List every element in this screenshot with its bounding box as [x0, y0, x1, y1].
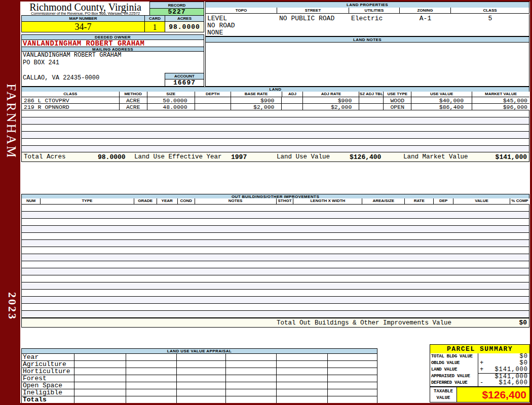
empty-row — [22, 226, 529, 233]
appraisal-cell — [74, 361, 126, 368]
out-buildings-total-value: $0 — [519, 318, 527, 328]
property-record-card: FARNHAM 2023 Richmond County, Virginia C… — [0, 0, 532, 405]
appraisal-cell — [328, 368, 377, 375]
row-operator: + — [480, 360, 483, 366]
sidebar-district-label: FARNHAM — [3, 73, 19, 170]
column-header: BASE RATE — [231, 92, 282, 97]
cell-market-value: $45,000 — [472, 97, 529, 103]
appraisal-cell — [177, 354, 226, 360]
appraisal-row: Agriculture — [22, 361, 377, 368]
cell-use-type: WOOD — [384, 97, 411, 103]
empty-row — [22, 125, 529, 132]
cell-depth — [195, 104, 231, 110]
appraisal-cell — [277, 354, 328, 360]
column-header: SZ ADJ TBL — [359, 92, 384, 97]
appraisal-cell — [74, 396, 126, 403]
column-header: ADJ RATE — [303, 92, 359, 97]
appraisal-cell — [277, 382, 328, 389]
land-empty-rows — [21, 110, 529, 153]
column-header: MARKET VALUE — [472, 92, 529, 97]
appraisal-row-label: Horticulture — [22, 368, 74, 375]
empty-row — [22, 290, 529, 297]
appraisal-cell — [177, 361, 226, 368]
appraisal-cell — [328, 354, 377, 360]
column-header: USE VALUE — [411, 92, 472, 97]
column-header: CLASS — [22, 92, 120, 97]
card-body: Richmond County, Virginia Commissioner o… — [20, 2, 530, 403]
out-buildings-column-headers: NUM TYPE GRADE YEAR COND NOTES STHGT LEN… — [21, 198, 529, 205]
row-amount: $0 — [520, 359, 528, 367]
total-acres-value: 98.0000 — [98, 152, 126, 162]
appraisal-row-label: Agriculture — [22, 361, 74, 368]
cell-base-rate: $900 — [231, 97, 282, 103]
taxable-value-amount: $126,400 — [457, 387, 530, 402]
cell-adj-rate: $2,000 — [303, 104, 359, 110]
appraisal-cell — [74, 382, 126, 389]
appraisal-cell — [74, 375, 126, 382]
column-header: AREA/SIZE — [362, 198, 405, 204]
land-totals-row: Total Acres 98.0000 Land Use Effective Y… — [21, 152, 529, 162]
parcel-summary-header: PARCEL SUMMARY — [430, 344, 530, 354]
appraisal-cell — [126, 361, 177, 368]
appraisal-cell — [226, 361, 277, 368]
cell-size: 50.0000 — [147, 97, 195, 103]
topo-value: LEVEL — [207, 15, 227, 22]
appraisal-row-label: Open Space — [22, 382, 74, 389]
appraisal-row: Year — [22, 354, 377, 361]
appraisal-cell — [126, 389, 177, 396]
land-use-value-label: Land Use Value — [277, 152, 330, 162]
empty-row — [22, 212, 529, 219]
appraisal-cell — [226, 375, 277, 382]
county-title: Richmond County, Virginia — [21, 2, 149, 11]
land-notes-box — [205, 42, 529, 87]
appraisal-row-label: Totals — [22, 396, 74, 403]
row-value: + $141,000 — [478, 367, 530, 374]
column-header: SIZE — [147, 92, 195, 97]
empty-row — [22, 110, 529, 117]
appraisal-cell — [177, 368, 226, 375]
land-properties-columns: TOPO STREET UTILITIES ZONING CLASS — [205, 8, 529, 14]
topo-value: NO ROAD — [207, 22, 235, 29]
empty-row — [22, 254, 529, 261]
record-header: RECORD — [149, 2, 204, 9]
street-value: NO PUBLIC ROAD — [279, 15, 334, 22]
appraisal-cell — [126, 375, 177, 382]
land-column-headers: CLASS METHOD SIZE DEPTH BASE RATE ADJ AD… — [21, 92, 529, 97]
parcel-summary-row: LAND VALUE + $141,000 — [430, 367, 530, 374]
appraisal-cell — [177, 396, 226, 403]
land-row: 286 L CTOVPRV ACRE 50.0000 $900 $900 WOO… — [21, 97, 529, 104]
column-header: RATE — [405, 198, 434, 204]
row-label: DEFERRED VALUE — [430, 380, 478, 387]
row-label: APPRAISED VALUE — [430, 373, 478, 380]
cell-sz-adj-tbl — [359, 104, 384, 110]
column-header: COND — [178, 198, 195, 204]
appraisal-row: Ineligible — [22, 389, 377, 396]
card-value: 1 — [144, 21, 165, 32]
cell-market-value: $96,000 — [472, 104, 529, 110]
empty-row — [22, 219, 529, 226]
column-header: LENGTH X WIDTH — [293, 198, 362, 204]
cell-method: ACRE — [120, 97, 147, 103]
appraisal-row-label: Ineligible — [22, 389, 74, 396]
out-buildings-empty-rows — [21, 205, 529, 318]
appraisal-cell — [277, 361, 328, 368]
appraisal-cell — [226, 396, 277, 403]
appraisal-cell — [226, 368, 277, 375]
cell-use-value: $40,000 — [411, 97, 472, 103]
row-label: TOTAL BLDG VALUE — [430, 353, 478, 360]
column-header: DEP — [434, 198, 453, 204]
row-operator: + — [480, 367, 483, 373]
land-market-value: $141,000 — [496, 152, 527, 162]
empty-row — [22, 240, 529, 247]
appraisal-row-label: Forest — [22, 375, 74, 382]
mailing-line: PO BOX 241 — [22, 59, 204, 67]
cell-class: 286 L CTOVPRV — [22, 97, 120, 103]
acres-value: 98.0000 — [165, 21, 204, 32]
column-header: STREET — [277, 8, 349, 14]
appraisal-row: Totals — [22, 396, 377, 403]
cell-base-rate: $2,000 — [231, 104, 282, 110]
appraisal-cell — [126, 382, 177, 389]
column-header: VALUE — [453, 198, 510, 204]
row-operator: - — [480, 380, 483, 386]
empty-row — [22, 233, 529, 240]
